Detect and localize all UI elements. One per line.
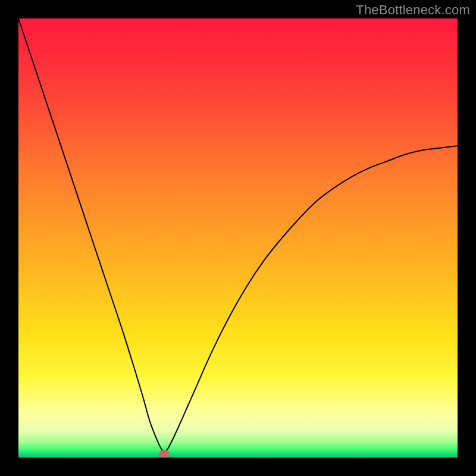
optimal-point-marker: [159, 450, 170, 458]
plot-area: [18, 18, 458, 458]
bottleneck-curve-svg: [18, 18, 458, 458]
watermark-text: TheBottleneck.com: [356, 2, 470, 18]
bottleneck-curve-path: [18, 18, 458, 452]
chart-frame: TheBottleneck.com: [0, 0, 476, 476]
